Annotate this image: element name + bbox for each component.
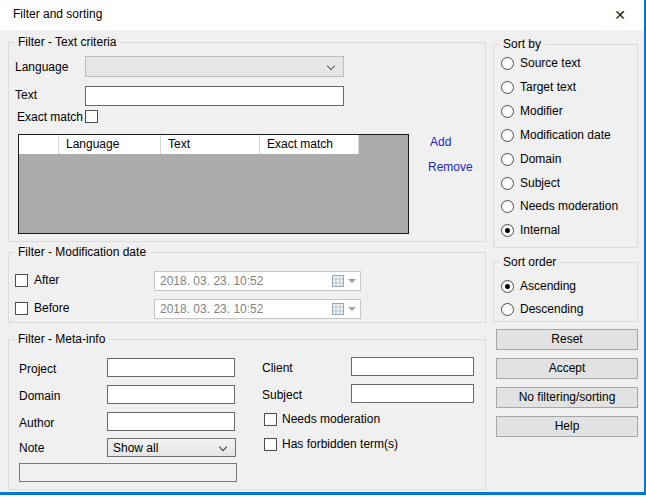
radio-circle-icon[interactable] [501, 280, 514, 293]
radio-sort-by-domain[interactable]: Domain [501, 151, 561, 167]
dropdown-arrow-icon[interactable] [348, 279, 356, 283]
column-header-exact-match[interactable]: Exact match [260, 135, 359, 154]
client-label: Client [262, 361, 293, 376]
radio-sort-by-modifier[interactable]: Modifier [501, 103, 563, 119]
note-text-input [19, 463, 237, 482]
group-modification-date: Filter - Modification date After 2018. 0… [8, 252, 486, 323]
radio-sort-by-source-text[interactable]: Source text [501, 55, 581, 71]
project-label: Project [19, 362, 56, 377]
after-checkbox[interactable] [15, 274, 28, 287]
author-label: Author [19, 416, 54, 431]
author-input[interactable] [107, 412, 235, 431]
before-date-picker[interactable]: 2018. 03. 23. 10:52 [154, 299, 361, 319]
column-header-text[interactable]: Text [161, 135, 260, 154]
radio-circle-icon[interactable] [501, 105, 514, 118]
group-meta-info: Filter - Meta-info Project Domain Author… [8, 339, 486, 490]
calendar-icon [332, 275, 344, 287]
radio-label: Modification date [520, 128, 611, 142]
radio-sort-by-target-text[interactable]: Target text [501, 79, 576, 95]
radio-label: Source text [520, 56, 581, 70]
client-input[interactable] [351, 357, 474, 376]
group-text-criteria-legend: Filter - Text criteria [14, 35, 120, 50]
reset-button[interactable]: Reset [496, 329, 638, 350]
domain-input[interactable] [107, 385, 235, 404]
group-meta-info-legend: Filter - Meta-info [14, 332, 109, 347]
dialog-filter-and-sorting: Filter and sorting ✕ Filter - Text crite… [0, 0, 646, 497]
after-date-picker[interactable]: 2018. 03. 23. 10:52 [154, 271, 361, 291]
accept-button[interactable]: Accept [496, 358, 638, 379]
exact-match-label: Exact match [17, 110, 83, 125]
radio-sort-by-needs-moderation[interactable]: Needs moderation [501, 198, 618, 214]
dropdown-arrow-icon[interactable] [348, 307, 356, 311]
help-button[interactable]: Help [496, 416, 638, 437]
radio-circle-icon[interactable] [501, 81, 514, 94]
before-checkbox[interactable] [15, 302, 28, 315]
no-filtering-sorting-button[interactable]: No filtering/sorting [496, 387, 638, 408]
radio-label: Internal [520, 223, 560, 237]
has-forbidden-terms-label: Has forbidden term(s) [282, 437, 398, 452]
group-sort-by-legend: Sort by [499, 37, 545, 52]
needs-moderation-label: Needs moderation [282, 412, 380, 427]
radio-sort-by-internal[interactable]: Internal [501, 222, 560, 238]
radio-label: Domain [520, 152, 561, 166]
radio-sort-by-modification-date[interactable]: Modification date [501, 127, 611, 143]
radio-circle-icon[interactable] [501, 200, 514, 213]
radio-label: Subject [520, 176, 560, 190]
title-bar: Filter and sorting ✕ [0, 0, 644, 30]
calendar-icon [332, 303, 344, 315]
radio-label: Descending [520, 302, 583, 316]
group-modification-date-legend: Filter - Modification date [14, 245, 150, 260]
window-title: Filter and sorting [13, 7, 102, 21]
after-date-value: 2018. 03. 23. 10:52 [160, 274, 263, 288]
note-select-value: Show all [113, 441, 158, 455]
text-input[interactable] [85, 86, 344, 106]
project-input[interactable] [107, 358, 235, 377]
before-label: Before [34, 301, 69, 316]
close-icon[interactable]: ✕ [606, 4, 634, 26]
group-sort-order: Sort order AscendingDescending [493, 262, 638, 322]
domain-label: Domain [19, 389, 60, 404]
has-forbidden-terms-checkbox[interactable] [264, 438, 277, 451]
column-header-language[interactable]: Language [59, 135, 161, 154]
group-sort-by: Sort by Source textTarget textModifierMo… [493, 44, 638, 248]
radio-sort-by-subject[interactable]: Subject [501, 175, 560, 191]
radio-label: Target text [520, 80, 576, 94]
radio-label: Ascending [520, 279, 576, 293]
criteria-table-header: LanguageTextExact match [19, 135, 359, 154]
text-label: Text [15, 88, 37, 103]
radio-label: Modifier [520, 104, 563, 118]
subject-label: Subject [262, 388, 302, 403]
radio-circle-icon[interactable] [501, 57, 514, 70]
note-select[interactable]: Show all [107, 438, 236, 457]
chevron-down-icon [219, 443, 227, 451]
radio-label: Needs moderation [520, 199, 618, 213]
radio-circle-icon[interactable] [501, 153, 514, 166]
note-label: Note [19, 441, 44, 456]
chevron-down-icon [327, 62, 335, 70]
radio-circle-icon[interactable] [501, 224, 514, 237]
criteria-table[interactable]: LanguageTextExact match [18, 134, 409, 234]
before-date-value: 2018. 03. 23. 10:52 [160, 302, 263, 316]
radio-sort-order-ascending[interactable]: Ascending [501, 278, 576, 294]
remove-link[interactable]: Remove [428, 160, 473, 174]
needs-moderation-checkbox[interactable] [264, 413, 277, 426]
language-label: Language [15, 60, 68, 75]
exact-match-checkbox[interactable] [85, 110, 98, 123]
column-header-row-selector[interactable] [19, 135, 59, 154]
radio-circle-icon[interactable] [501, 177, 514, 190]
radio-circle-icon[interactable] [501, 129, 514, 142]
group-sort-order-legend: Sort order [499, 255, 560, 270]
radio-circle-icon[interactable] [501, 303, 514, 316]
radio-sort-order-descending[interactable]: Descending [501, 301, 583, 317]
after-label: After [34, 273, 59, 288]
add-link[interactable]: Add [430, 135, 451, 149]
subject-input[interactable] [351, 384, 474, 403]
language-select[interactable] [85, 56, 344, 77]
group-text-criteria: Filter - Text criteria Language Text Exa… [8, 42, 486, 242]
